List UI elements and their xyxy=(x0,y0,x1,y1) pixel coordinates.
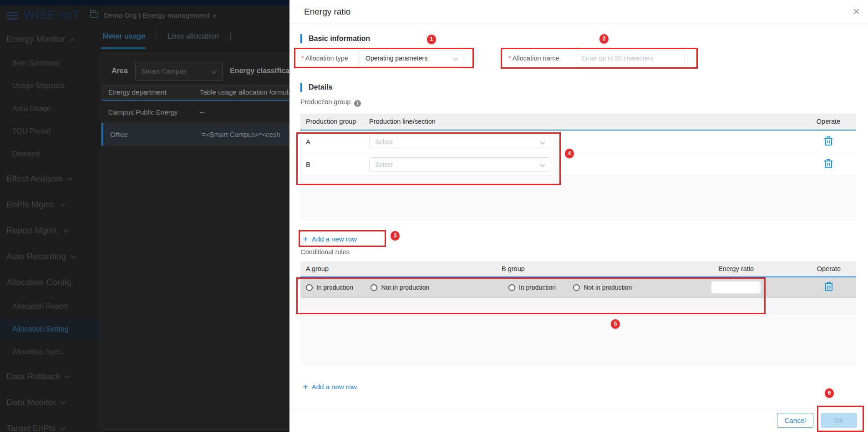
sidebar-item-tou-period[interactable]: TOU Period xyxy=(0,120,101,143)
sidebar-item-allocation-setting[interactable]: Allocation Setting xyxy=(0,318,101,341)
chevron-down-icon xyxy=(211,69,216,74)
delete-conditional-row-trash-icon[interactable] xyxy=(824,281,833,293)
energy-ratio-modal: Energy ratio × Basic information *Alloca… xyxy=(289,0,868,432)
production-row-b: B Select xyxy=(300,153,856,176)
plus-icon: + xyxy=(303,234,308,244)
annotation-badge-3: 3 xyxy=(391,231,400,241)
sidebar-item-allocation-report[interactable]: Allocation Report xyxy=(0,295,101,318)
allocation-name-input[interactable] xyxy=(576,50,685,66)
info-icon[interactable]: i xyxy=(354,100,361,107)
chevron-down-icon xyxy=(71,253,76,258)
app-root: WISE-IoT Demo Org | Energy management▾ E… xyxy=(0,0,868,432)
content-tabs: Meter usage Loss allocation xyxy=(101,28,289,51)
b-group-not-in-production-label[interactable]: Not in production xyxy=(584,284,632,291)
production-table-header: Production group Production line/section… xyxy=(300,114,856,131)
col-operate: Operate xyxy=(802,261,856,276)
a-group-in-production-radio[interactable] xyxy=(306,284,313,291)
allocation-name-label: *Allocation name xyxy=(508,50,559,66)
chevron-up-icon xyxy=(70,38,75,43)
a-group-not-in-production-label[interactable]: Not in production xyxy=(381,284,429,291)
table-row-selected[interactable]: Office =<Smart Campus>*<cesh xyxy=(102,123,289,146)
org-breadcrumb[interactable]: Demo Org | Energy management▾ xyxy=(104,11,216,19)
chevron-down-icon xyxy=(60,201,65,206)
chevron-down-icon xyxy=(65,373,70,378)
chevron-down-icon xyxy=(540,139,545,144)
group-b-label: B xyxy=(300,161,369,168)
tab-loss-allocation[interactable]: Loss allocation xyxy=(168,32,218,41)
add-production-row-button[interactable]: +Add a new row xyxy=(303,234,357,245)
production-table-footer xyxy=(300,176,856,221)
app-logo: WISE-IoT xyxy=(24,8,79,22)
sidebar-item-report-mgmt[interactable]: Report Mgmt. xyxy=(0,217,101,243)
add-conditional-row-button[interactable]: +Add a new row xyxy=(303,382,357,392)
col-a-group: A group xyxy=(300,261,502,276)
delete-row-b-trash-icon[interactable] xyxy=(824,159,833,171)
cancel-button[interactable]: Cancel xyxy=(777,413,813,428)
org-caret-icon: ▾ xyxy=(213,13,216,19)
b-group-in-production-radio[interactable] xyxy=(508,284,515,291)
a-group-not-in-production-radio[interactable] xyxy=(371,284,377,291)
energy-classification-label: Energy classification xyxy=(230,67,289,75)
required-asterisk: * xyxy=(508,55,511,62)
sidebar-item-auto-recording[interactable]: Auto Recording xyxy=(0,243,101,269)
b-group-not-in-production-radio[interactable] xyxy=(573,284,580,291)
col-operate: Operate xyxy=(801,114,856,130)
area-select[interactable]: Smart Campus xyxy=(135,62,223,81)
sidebar: Energy Monitor Item Summary Usage Statis… xyxy=(0,26,101,432)
group-a-label: A xyxy=(300,138,369,146)
col-energy-department: Energy department xyxy=(108,84,167,100)
production-group-table: Production group Production line/section… xyxy=(300,114,856,221)
conditional-rules-table: A group B group Energy ratio Operate In … xyxy=(300,261,856,366)
plus-icon: + xyxy=(303,382,308,392)
sidebar-item-target-enpls[interactable]: Target EnPls xyxy=(0,415,101,432)
col-usage-allocation-formula: Table usage allocation formula xyxy=(200,84,289,100)
annotation-badge-5: 5 xyxy=(611,319,620,329)
chevron-down-icon xyxy=(453,55,458,60)
sidebar-item-item-summary[interactable]: Item Summary xyxy=(0,52,101,75)
modal-title: Energy ratio xyxy=(304,7,350,17)
sidebar-item-allocation-sync[interactable]: Allocation Sync. xyxy=(0,341,101,363)
active-tab-underline xyxy=(101,47,146,49)
sidebar-item-effect-analysis[interactable]: Effect Analysis xyxy=(0,166,101,191)
chevron-down-icon xyxy=(63,227,68,232)
sidebar-item-demand[interactable]: Demand xyxy=(0,143,101,166)
production-group-label: Production groupi xyxy=(300,98,361,107)
production-line-select-a[interactable]: Select xyxy=(369,135,550,149)
delete-row-a-trash-icon[interactable] xyxy=(824,136,833,148)
conditional-table-header: A group B group Energy ratio Operate xyxy=(300,261,856,277)
a-group-in-production-label[interactable]: In production xyxy=(316,284,353,291)
sidebar-item-data-rollback[interactable]: Data Rollback xyxy=(0,363,101,389)
close-icon[interactable]: × xyxy=(853,5,860,17)
hamburger-menu-icon[interactable] xyxy=(6,12,18,20)
conditional-rule-row: In production Not in production In produ… xyxy=(300,277,856,298)
dark-table-header: Energy department Table usage allocation… xyxy=(102,84,289,101)
conditional-empty-row xyxy=(300,298,856,313)
production-row-a: A Select xyxy=(300,131,856,153)
b-group-in-production-label[interactable]: In production xyxy=(519,284,556,291)
sidebar-item-data-monitor[interactable]: Data Monitor xyxy=(0,389,101,415)
meter-usage-panel: Area Smart Campus Energy classification … xyxy=(101,54,289,430)
allocation-type-label: *Allocation type xyxy=(301,50,348,66)
tab-meter-usage[interactable]: Meter usage xyxy=(102,32,146,41)
chevron-down-icon xyxy=(61,399,66,404)
sidebar-item-enpls-mgmt[interactable]: EnPls Mgmt. xyxy=(0,191,101,217)
conditional-rules-label: Conditional rules xyxy=(300,248,350,256)
conditional-table-footer xyxy=(300,313,856,366)
table-row[interactable]: Campus Public Energy -- xyxy=(102,102,289,123)
col-energy-ratio: Energy ratio xyxy=(670,261,802,276)
sidebar-item-area-usage[interactable]: Area Usage xyxy=(0,97,101,120)
chevron-down-icon xyxy=(540,162,545,167)
sidebar-item-energy-monitor[interactable]: Energy Monitor xyxy=(0,26,101,52)
section-accent-bar xyxy=(300,83,302,92)
section-accent-bar xyxy=(300,34,302,43)
energy-ratio-input[interactable] xyxy=(711,281,761,294)
org-folder-icon xyxy=(90,12,98,18)
allocation-type-select[interactable]: Operating parameters xyxy=(360,50,463,66)
sidebar-item-usage-statistics[interactable]: Usage Statistics xyxy=(0,75,101,97)
ok-button[interactable]: OK xyxy=(821,413,857,428)
sidebar-item-allocation-config[interactable]: Allocation Config xyxy=(0,269,101,295)
annotation-badge-4: 4 xyxy=(565,149,574,158)
modal-footer: Cancel OK xyxy=(289,408,868,432)
required-asterisk: * xyxy=(301,55,304,62)
production-line-select-b[interactable]: Select xyxy=(369,157,550,172)
